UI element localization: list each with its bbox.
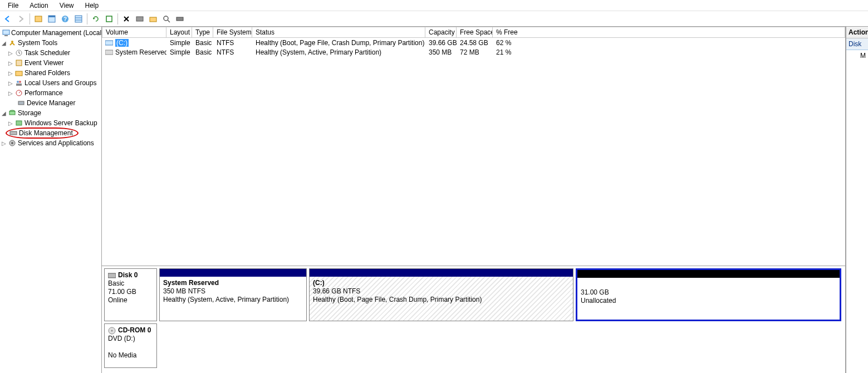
tree-label: Local Users and Groups bbox=[24, 79, 96, 87]
col-pfree[interactable]: % Free bbox=[493, 27, 845, 38]
menu-view[interactable]: View bbox=[54, 1, 80, 11]
tree-task-scheduler[interactable]: ▷ Task Scheduler bbox=[0, 48, 101, 58]
rescan-button[interactable] bbox=[103, 13, 115, 25]
svg-rect-9 bbox=[136, 17, 143, 21]
partition-unallocated[interactable]: 31.00 GB Unallocated bbox=[576, 268, 841, 321]
tree-ws-backup[interactable]: ▷ Windows Server Backup bbox=[0, 118, 101, 128]
toolbar-separator bbox=[30, 13, 30, 24]
tree-label: System Tools bbox=[18, 39, 57, 47]
disk-row-cd0: CD-ROM 0 DVD (D:) No Media bbox=[104, 323, 843, 368]
disk-view-button[interactable] bbox=[174, 13, 186, 25]
tree-storage[interactable]: ◢ Storage bbox=[0, 108, 101, 118]
expand-icon[interactable]: ▷ bbox=[8, 120, 13, 126]
col-free[interactable]: Free Space bbox=[457, 27, 493, 38]
cell-free: 72 MB bbox=[457, 48, 493, 57]
menu-help[interactable]: Help bbox=[80, 1, 105, 11]
disk-state: Online bbox=[108, 296, 153, 305]
services-icon bbox=[8, 139, 17, 148]
partition-c[interactable]: (C:) 39.66 GB NTFS Healthy (Boot, Page F… bbox=[309, 268, 573, 321]
refresh-button[interactable] bbox=[90, 13, 102, 25]
col-capacity[interactable]: Capacity bbox=[425, 27, 457, 38]
col-status[interactable]: Status bbox=[252, 27, 425, 38]
menubar: File Action View Help bbox=[0, 0, 868, 11]
cell-status: Healthy (System, Active, Primary Partiti… bbox=[252, 48, 425, 57]
back-button[interactable] bbox=[2, 13, 14, 25]
col-type[interactable]: Type bbox=[192, 27, 213, 38]
tree-event-viewer[interactable]: ▷ Event Viewer bbox=[0, 58, 101, 68]
partition-header bbox=[577, 270, 840, 278]
toolbar-separator bbox=[117, 13, 118, 24]
open-button[interactable] bbox=[147, 13, 159, 25]
collapse-icon[interactable]: ◢ bbox=[1, 40, 7, 46]
partition-title: System Reserved bbox=[163, 279, 219, 287]
expand-icon[interactable]: ▷ bbox=[8, 60, 13, 66]
find-button[interactable] bbox=[160, 13, 173, 25]
menu-file[interactable]: File bbox=[2, 1, 24, 11]
svg-rect-31 bbox=[105, 41, 113, 45]
tree-root[interactable]: Computer Management (Local bbox=[0, 28, 101, 38]
partition-status: Healthy (Boot, Page File, Crash Dump, Pr… bbox=[313, 296, 482, 303]
partition-header bbox=[310, 269, 573, 277]
volume-row[interactable]: System Reserved Simple Basic NTFS Health… bbox=[102, 47, 845, 57]
menu-action[interactable]: Action bbox=[24, 1, 53, 11]
tree-label: Performance bbox=[24, 89, 63, 97]
partition-system-reserved[interactable]: System Reserved 350 MB NTFS Healthy (Sys… bbox=[159, 268, 307, 321]
svg-rect-2 bbox=[48, 16, 55, 17]
disk-size: 71.00 GB bbox=[108, 288, 153, 296]
expand-icon[interactable]: ▷ bbox=[8, 50, 13, 56]
svg-line-12 bbox=[168, 20, 170, 22]
expand-icon[interactable]: ▷ bbox=[8, 70, 13, 76]
volume-name: (C:) bbox=[115, 39, 129, 47]
tree-label: Services and Applications bbox=[18, 139, 94, 147]
cd-icon bbox=[108, 327, 116, 335]
cd-state: No Media bbox=[108, 351, 153, 360]
tree-local-users[interactable]: ▷ Local Users and Groups bbox=[0, 78, 101, 88]
tree-label: Event Viewer bbox=[24, 59, 63, 67]
tree-services-apps[interactable]: ▷ Services and Applications bbox=[0, 138, 101, 148]
view-list-button[interactable] bbox=[72, 13, 85, 25]
svg-rect-24 bbox=[18, 101, 24, 105]
svg-rect-18 bbox=[16, 60, 22, 66]
cd0-info[interactable]: CD-ROM 0 DVD (D:) No Media bbox=[104, 323, 157, 368]
disk0-info[interactable]: Disk 0 Basic 71.00 GB Online bbox=[104, 268, 157, 321]
cell-type: Basic bbox=[192, 48, 213, 57]
center-pane: Volume Layout Type File System Status Ca… bbox=[102, 27, 846, 373]
actions-more[interactable]: M bbox=[846, 50, 868, 61]
svg-point-11 bbox=[164, 16, 168, 21]
tree-system-tools[interactable]: ◢ System Tools bbox=[0, 38, 101, 48]
expand-icon[interactable]: ▷ bbox=[1, 140, 7, 146]
partition-status: Healthy (System, Active, Primary Partiti… bbox=[163, 296, 289, 303]
tree-label: Device Manager bbox=[27, 99, 75, 107]
volume-row[interactable]: (C:) Simple Basic NTFS Healthy (Boot, Pa… bbox=[102, 38, 845, 47]
tree-label: Storage bbox=[18, 109, 41, 117]
tree-device-manager[interactable]: Device Manager bbox=[0, 98, 101, 108]
forward-button[interactable] bbox=[15, 13, 27, 25]
volume-table-header: Volume Layout Type File System Status Ca… bbox=[102, 27, 845, 38]
volume-name: System Reserved bbox=[115, 48, 166, 56]
expand-icon[interactable]: ▷ bbox=[8, 90, 13, 96]
delete-button[interactable] bbox=[120, 13, 133, 25]
actions-disk-group[interactable]: Disk bbox=[846, 38, 868, 50]
disk-graphic-pane: Disk 0 Basic 71.00 GB Online System Rese… bbox=[102, 266, 845, 373]
col-layout[interactable]: Layout bbox=[166, 27, 192, 38]
svg-rect-26 bbox=[9, 111, 15, 115]
disk-row-disk0: Disk 0 Basic 71.00 GB Online System Rese… bbox=[104, 268, 843, 321]
tree-performance[interactable]: ▷ Performance bbox=[0, 88, 101, 98]
tree-disk-management[interactable]: Disk Management bbox=[0, 128, 101, 138]
disk-icon bbox=[108, 272, 116, 279]
col-volume[interactable]: Volume bbox=[102, 27, 166, 38]
tree-shared-folders[interactable]: ▷ Shared Folders bbox=[0, 68, 101, 78]
properties-button[interactable] bbox=[46, 13, 58, 25]
svg-rect-10 bbox=[150, 17, 156, 22]
svg-rect-28 bbox=[10, 131, 17, 135]
show-hide-button[interactable] bbox=[32, 13, 45, 25]
help-button[interactable]: ? bbox=[59, 13, 71, 25]
expand-icon[interactable]: ▷ bbox=[8, 80, 13, 86]
collapse-icon[interactable]: ◢ bbox=[1, 110, 7, 116]
cd-sub: DVD (D:) bbox=[108, 335, 153, 343]
col-fs[interactable]: File System bbox=[213, 27, 252, 38]
settings-button[interactable] bbox=[134, 13, 146, 25]
svg-rect-5 bbox=[75, 16, 82, 22]
svg-point-35 bbox=[111, 330, 113, 331]
svg-point-16 bbox=[11, 41, 13, 43]
